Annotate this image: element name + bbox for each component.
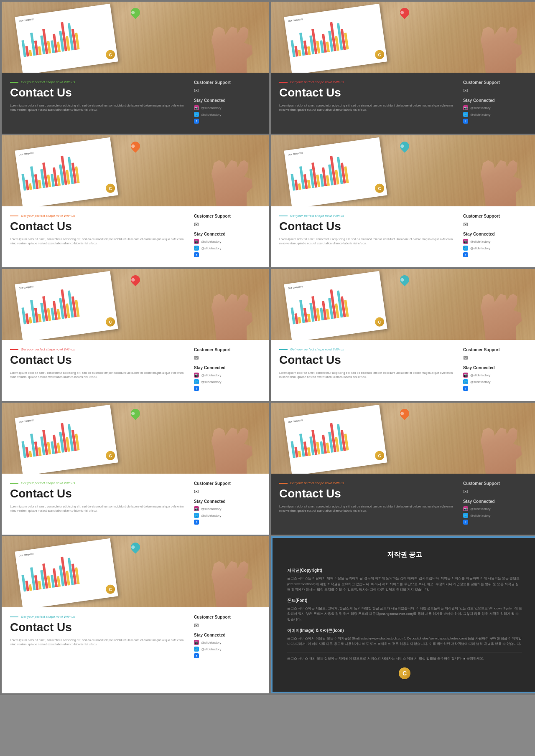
chart-paper-8: Our company C — [284, 405, 387, 474]
chart-logo-2: C — [374, 49, 385, 60]
twitter-label-5: @slidefactory — [201, 380, 222, 384]
twitter-label-8: @slidefactory — [470, 514, 491, 518]
content-area-9: Get your perfect shape now! With us Cont… — [2, 607, 269, 668]
photo-area-3: Our company C — [2, 135, 269, 206]
chart-logo-3: C — [105, 183, 116, 193]
twitter-label-9: @slidefactory — [201, 647, 222, 651]
tagline-4: Get your perfect shape now! With us — [290, 214, 344, 218]
chart-paper-4: Our company C — [284, 137, 387, 206]
twitter-icon-6: 🐦 — [463, 379, 468, 384]
chart-paper-7: Our company C — [15, 405, 118, 474]
instagram-icon-8: 📷 — [463, 506, 468, 511]
support-title-1: Customer Support — [194, 80, 261, 85]
copyright-section-1: 저작권(Copyright) 금고소 서비스는 이용하기 위해 이용을 동의하게… — [287, 568, 522, 593]
stay-title-6: Stay Connected — [463, 365, 530, 370]
twitter-icon-7: 🐦 — [194, 513, 199, 518]
email-icon-4: ✉ — [463, 221, 530, 228]
title-1: Contact Us — [10, 86, 186, 99]
hand-1 — [206, 18, 257, 73]
lorem-8: Lorem ipsum dolor sit amet, consectetur … — [279, 505, 455, 513]
stay-title-1: Stay Connected — [194, 98, 261, 103]
lorem-7: Lorem ipsum dolor sit amet, consectetur … — [10, 505, 186, 513]
copyright-section-2: 폰트(Font) 금고소 서비스에는 서울도, 고딕체, 한글소세 등의 다양한… — [287, 598, 522, 623]
copyright-section-3: 이미지(Image) & 아이콘(Icon) 금고소 서비스에서 이용된 모든 … — [287, 628, 522, 647]
instagram-label-7: @slidefactory — [201, 507, 222, 511]
content-area-8: Get your perfect shape now! With us Cont… — [271, 474, 535, 535]
instagram-label-1: @slidefactory — [201, 106, 222, 110]
facebook-icon-7: f — [194, 520, 199, 525]
title-7: Contact Us — [10, 487, 186, 500]
location-pin-2 — [400, 8, 409, 17]
hand-5 — [206, 286, 257, 340]
twitter-icon-9: 🐦 — [194, 647, 199, 652]
title-9: Contact Us — [10, 621, 186, 634]
slide-5: Our company C Get — [2, 269, 269, 401]
location-pin-5 — [131, 275, 140, 284]
stay-title-9: Stay Connected — [194, 633, 261, 637]
content-area-4: Get your perfect shape now! With us Cont… — [271, 206, 535, 267]
slide-4: Our company C Get — [271, 135, 535, 267]
copyright-section-title-2: 폰트(Font) — [287, 598, 522, 604]
slide-9: Our company C Get — [2, 536, 269, 693]
location-pin-9 — [131, 543, 140, 552]
chart-logo-7: C — [105, 450, 116, 461]
tagline-1: Get your perfect shape now! With us — [21, 80, 75, 84]
stay-title-5: Stay Connected — [194, 365, 261, 370]
instagram-icon-2: 📷 — [463, 105, 468, 110]
tagline-9: Get your perfect shape now! With us — [21, 615, 75, 619]
social-instagram-1: 📷 @slidefactory — [194, 105, 261, 110]
chart-paper-3: Our company C — [15, 137, 118, 206]
tagline-8: Get your perfect shape now! With us — [290, 481, 344, 485]
location-pin-3 — [131, 142, 140, 151]
instagram-icon-6: 📷 — [463, 373, 468, 378]
hand-9 — [206, 553, 257, 607]
facebook-icon-9: f — [194, 653, 199, 658]
email-icon-6: ✉ — [463, 355, 530, 361]
twitter-icon-2: 🐦 — [463, 112, 468, 117]
chart-logo-4: C — [374, 183, 385, 193]
hand-2 — [476, 18, 526, 73]
copyright-section-title-3: 이미지(Image) & 아이콘(Icon) — [287, 628, 522, 634]
photo-area-6: Our company C — [271, 269, 535, 340]
twitter-icon-3: 🐦 — [194, 246, 199, 251]
hand-3 — [206, 152, 257, 206]
tagline-2: Get your perfect shape now! With us — [290, 80, 344, 84]
facebook-icon-8: f — [463, 520, 468, 525]
content-area-1: Get your perfect shape now! With us Cont… — [2, 73, 269, 134]
instagram-label-2: @slidefactory — [470, 106, 491, 110]
copyright-footer: 금고소 서비스 내의 모든 정보에는 저작권이 있으므로 서비스의 사용자는 서… — [287, 652, 522, 662]
c-logo-copyright: C — [399, 667, 410, 679]
twitter-label-7: @slidefactory — [201, 514, 222, 518]
email-icon-2: ✉ — [463, 87, 530, 94]
hand-6 — [476, 286, 526, 340]
hand-7 — [206, 419, 257, 474]
lorem-6: Lorem ipsum dolor sit amet, consectetur … — [279, 371, 455, 380]
support-title-9: Customer Support — [194, 615, 261, 619]
stay-title-2: Stay Connected — [463, 98, 530, 103]
twitter-icon-1: 🐦 — [194, 112, 199, 117]
facebook-icon-6: f — [463, 386, 468, 391]
chart-logo: C — [105, 49, 116, 60]
facebook-icon-2: f — [463, 119, 468, 124]
stay-title-7: Stay Connected — [194, 499, 261, 504]
chart-paper-9: Our company C — [15, 538, 118, 607]
content-area-7: Get your perfect shape now! With us Cont… — [2, 474, 269, 535]
content-area-5: Get your perfect shape now! With us Cont… — [2, 340, 269, 401]
instagram-label-6: @slidefactory — [470, 373, 491, 377]
lorem-5: Lorem ipsum dolor sit amet, consectetur … — [10, 371, 186, 380]
slide-8: Our company C Get — [271, 403, 535, 535]
instagram-icon-7: 📷 — [194, 506, 199, 511]
email-icon-5: ✉ — [194, 355, 261, 361]
photo-area-9: Our company C — [2, 536, 269, 607]
twitter-label-1: @slidefactory — [201, 113, 222, 117]
tagline-6: Get your perfect shape now! With us — [290, 348, 344, 351]
social-facebook-1: f — [194, 119, 261, 124]
slide-7: Our company C Get — [2, 403, 269, 535]
photo-area-8: Our company C — [271, 403, 535, 474]
instagram-icon-1: 📷 — [194, 105, 199, 110]
lorem-2: Lorem ipsum dolor sit amet, consectetur … — [279, 104, 455, 112]
email-icon-1: ✉ — [194, 87, 261, 94]
instagram-label-9: @slidefactory — [201, 641, 222, 644]
lorem-4: Lorem ipsum dolor sit amet, consectetur … — [279, 237, 455, 246]
chart-paper-1: Our company C — [15, 4, 118, 73]
